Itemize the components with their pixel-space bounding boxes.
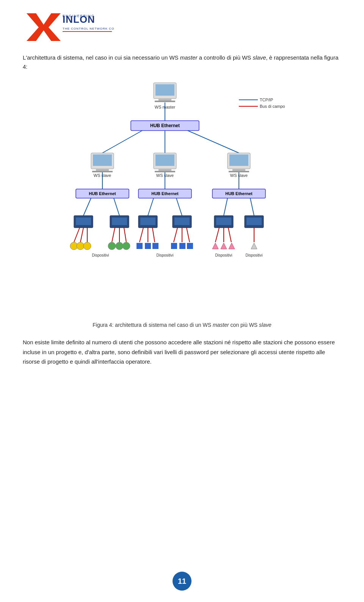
company-logo: INLON ENGINEERING THE CONTROL NETWORK CO… xyxy=(23,11,114,42)
svg-rect-80 xyxy=(187,243,193,249)
svg-line-82 xyxy=(224,198,228,216)
svg-marker-92 xyxy=(212,243,218,249)
svg-rect-47 xyxy=(76,217,91,225)
svg-marker-93 xyxy=(221,243,227,249)
svg-text:Dispositivi: Dispositivi xyxy=(215,253,232,257)
svg-rect-28 xyxy=(155,171,175,172)
logo-area: INLON ENGINEERING THE CONTROL NETWORK CO… xyxy=(23,8,341,42)
svg-rect-66 xyxy=(140,217,155,225)
svg-marker-96 xyxy=(251,243,257,249)
svg-rect-26 xyxy=(155,154,174,166)
svg-rect-49 xyxy=(112,217,127,225)
svg-text:ENGINEERING: ENGINEERING xyxy=(63,14,95,18)
svg-rect-31 xyxy=(229,154,248,166)
network-diagram: TCP/IP Bus di campo WS master HUB Ethern… xyxy=(53,79,311,314)
svg-rect-12 xyxy=(155,101,175,102)
svg-rect-79 xyxy=(179,243,185,249)
svg-rect-75 xyxy=(136,243,143,249)
svg-line-44 xyxy=(83,198,91,216)
svg-line-17 xyxy=(102,131,142,153)
svg-line-19 xyxy=(188,131,239,153)
svg-line-71 xyxy=(152,228,155,242)
svg-rect-76 xyxy=(145,243,151,249)
svg-rect-21 xyxy=(93,154,112,166)
svg-rect-4 xyxy=(63,31,112,32)
svg-line-50 xyxy=(74,228,80,242)
svg-text:Dispositivi: Dispositivi xyxy=(245,253,262,257)
svg-line-83 xyxy=(250,198,254,216)
svg-text:HUB Ethernet: HUB Ethernet xyxy=(225,191,253,196)
svg-text:TCP/IP: TCP/IP xyxy=(260,98,273,102)
svg-text:Dispositivi: Dispositivi xyxy=(92,253,109,257)
intro-text: L'architettura di sistema, nel caso in c… xyxy=(23,53,341,71)
svg-rect-78 xyxy=(171,243,177,249)
svg-rect-77 xyxy=(152,243,158,249)
svg-text:HUB Ethernet: HUB Ethernet xyxy=(89,191,116,196)
svg-rect-68 xyxy=(174,217,190,225)
svg-rect-23 xyxy=(92,171,113,172)
svg-line-72 xyxy=(174,228,177,242)
svg-text:THE CONTROL NETWORK COMPANY: THE CONTROL NETWORK COMPANY xyxy=(63,27,114,30)
svg-line-64 xyxy=(176,198,182,216)
svg-line-53 xyxy=(112,228,115,242)
svg-point-59 xyxy=(108,242,116,250)
svg-line-51 xyxy=(80,228,83,242)
svg-rect-33 xyxy=(229,171,249,172)
svg-text:Dispositivi: Dispositivi xyxy=(156,253,173,257)
svg-point-57 xyxy=(77,242,84,250)
svg-point-58 xyxy=(83,242,91,250)
svg-rect-85 xyxy=(216,217,231,225)
svg-line-45 xyxy=(114,198,119,216)
page-number: 11 xyxy=(173,572,191,591)
svg-rect-10 xyxy=(155,84,174,96)
svg-line-88 xyxy=(215,228,219,242)
svg-line-63 xyxy=(148,198,154,216)
svg-marker-0 xyxy=(27,13,61,41)
diagram-container: TCP/IP Bus di campo WS master HUB Ethern… xyxy=(23,79,341,314)
page: INLON ENGINEERING THE CONTROL NETWORK CO… xyxy=(0,0,364,602)
svg-text:HUB Ethernet: HUB Ethernet xyxy=(150,123,180,128)
svg-point-60 xyxy=(116,242,123,250)
svg-text:Bus di campo: Bus di campo xyxy=(260,104,285,109)
body-text: Non esiste limite definito al numero di … xyxy=(23,337,341,367)
svg-line-74 xyxy=(187,228,190,242)
svg-line-90 xyxy=(228,228,231,242)
svg-text:HUB Ethernet: HUB Ethernet xyxy=(151,191,179,196)
svg-rect-87 xyxy=(246,217,262,225)
svg-line-69 xyxy=(140,228,143,242)
svg-marker-94 xyxy=(229,243,235,249)
figure-caption: Figura 4: architettura di sistema nel ca… xyxy=(23,322,341,328)
svg-line-55 xyxy=(124,228,126,242)
svg-point-61 xyxy=(122,242,130,250)
